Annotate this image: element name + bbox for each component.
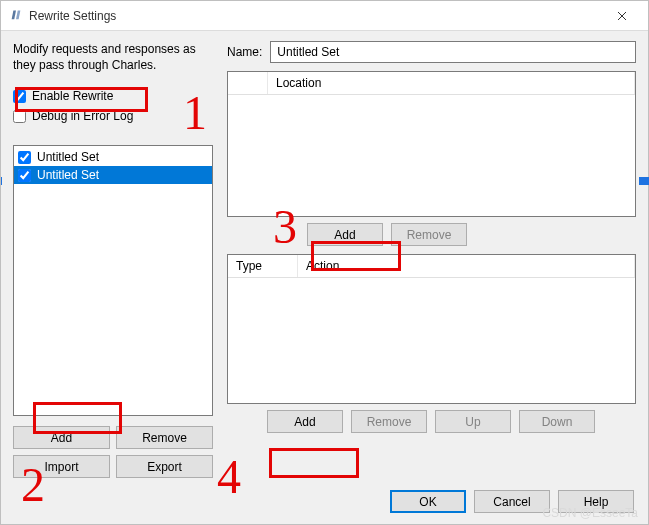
description-text: Modify requests and responses as they pa…: [13, 41, 213, 73]
enable-rewrite-input[interactable]: [13, 90, 26, 103]
dialog-body: Modify requests and responses as they pa…: [1, 31, 648, 478]
sets-button-row: Add Remove Import Export: [13, 426, 213, 478]
locations-remove-button[interactable]: Remove: [391, 223, 467, 246]
enable-rewrite-label: Enable Rewrite: [32, 89, 113, 103]
list-item-checkbox[interactable]: [18, 169, 31, 182]
app-icon: [9, 7, 23, 24]
rules-table[interactable]: Type Action: [227, 254, 636, 404]
titlebar: Rewrite Settings: [1, 1, 648, 31]
rules-down-button[interactable]: Down: [519, 410, 595, 433]
left-panel: Modify requests and responses as they pa…: [13, 41, 213, 478]
cancel-button[interactable]: Cancel: [474, 490, 550, 513]
sets-remove-button[interactable]: Remove: [116, 426, 213, 449]
rules-add-button[interactable]: Add: [267, 410, 343, 433]
rules-table-head: Type Action: [228, 255, 635, 278]
rules-remove-button[interactable]: Remove: [351, 410, 427, 433]
close-icon[interactable]: [604, 1, 640, 30]
name-label: Name:: [227, 45, 262, 59]
debug-log-checkbox[interactable]: Debug in Error Log: [13, 109, 213, 123]
sets-list[interactable]: Untitled Set Untitled Set: [13, 145, 213, 416]
locations-button-row: Add Remove: [227, 223, 636, 246]
debug-log-label: Debug in Error Log: [32, 109, 133, 123]
enable-rewrite-checkbox[interactable]: Enable Rewrite: [13, 89, 213, 103]
name-input[interactable]: [270, 41, 636, 63]
rules-up-button[interactable]: Up: [435, 410, 511, 433]
name-row: Name:: [227, 41, 636, 63]
rewrite-settings-window: Rewrite Settings Modify requests and res…: [0, 0, 649, 525]
locations-col-location: Location: [268, 72, 635, 94]
locations-add-button[interactable]: Add: [307, 223, 383, 246]
rules-button-row: Add Remove Up Down: [227, 410, 636, 433]
list-item-label: Untitled Set: [37, 150, 99, 164]
list-item-checkbox[interactable]: [18, 151, 31, 164]
ok-button[interactable]: OK: [390, 490, 466, 513]
sets-import-button[interactable]: Import: [13, 455, 110, 478]
rules-col-type: Type: [228, 255, 298, 277]
sets-export-button[interactable]: Export: [116, 455, 213, 478]
locations-col-blank: [228, 72, 268, 94]
watermark-text: CSDN @EsseeTa: [542, 506, 638, 520]
list-item[interactable]: Untitled Set: [14, 166, 212, 184]
list-item[interactable]: Untitled Set: [14, 148, 212, 166]
locations-table-head: Location: [228, 72, 635, 95]
list-item-label: Untitled Set: [37, 168, 99, 182]
sets-add-button[interactable]: Add: [13, 426, 110, 449]
locations-table[interactable]: Location: [227, 71, 636, 217]
right-panel: Name: Location Add Remove Type Action: [227, 41, 636, 478]
window-title: Rewrite Settings: [29, 9, 116, 23]
rules-col-action: Action: [298, 255, 635, 277]
debug-log-input[interactable]: [13, 110, 26, 123]
